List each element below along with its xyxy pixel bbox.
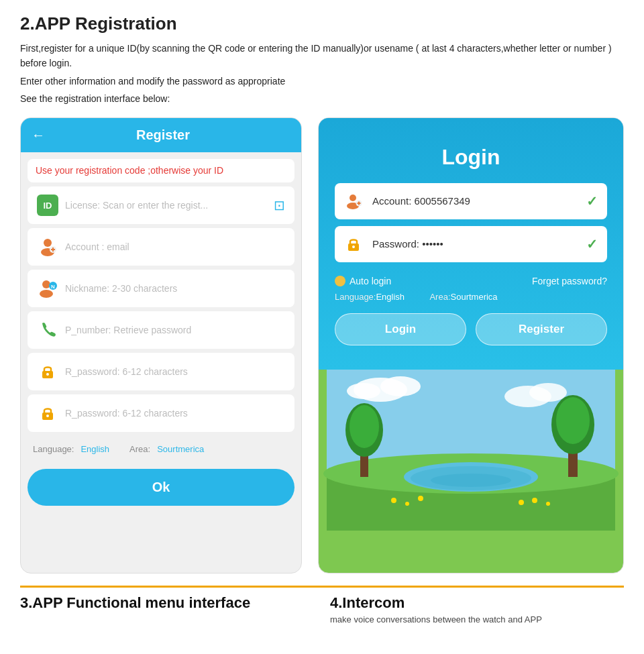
rpassword1-field[interactable]: R_password: 6-12 characters [28,353,294,390]
section4-desc: make voice conversations between the wat… [330,614,624,624]
register-phone: ← Register Use your registration code ;o… [20,117,302,574]
section4: 4.Intercom make voice conversations betw… [330,588,624,624]
login-register-button[interactable]: Register [476,313,607,345]
auto-login-label: Auto login [350,276,391,286]
section2-desc3: See the registration interface below: [20,91,624,106]
section2-desc2: Enter other information and modify the p… [20,74,624,89]
svg-point-38 [418,496,423,501]
login-lang-value[interactable]: English [376,292,405,304]
svg-point-13 [350,195,356,201]
nickname-text: Nickname: 2-30 characters [65,283,285,294]
ok-button[interactable]: Ok [28,469,294,506]
lang-value[interactable]: English [80,444,109,454]
login-options: Auto login Forget password? [335,269,607,289]
svg-point-22 [380,376,421,396]
rpassword2-field[interactable]: R_password: 6-12 characters [28,394,294,432]
section2-desc1: First,register for a unique ID(by scanni… [20,41,624,71]
login-lock-icon [344,234,364,254]
svg-point-25 [529,383,567,402]
login-phone: Login Account: 6005567349 ✓ [318,117,624,574]
section4-title: 4.Intercom [330,594,624,612]
phone-icon [37,319,58,341]
nickname-field[interactable]: N Nickname: 2-30 characters [28,270,294,307]
license-field[interactable]: ID License: Scan or enter the regist... … [28,186,294,224]
svg-point-0 [44,239,52,247]
svg-point-36 [391,498,396,503]
login-password-field[interactable]: Password: •••••• ✓ [335,226,607,262]
login-account-value: Account: 6005567349 [372,195,578,207]
login-account-field[interactable]: Account: 6005567349 ✓ [335,183,607,219]
pnumber-text: P_number: Retrieve password [65,325,285,335]
screenshots-row: ← Register Use your registration code ;o… [20,117,624,574]
svg-point-40 [546,502,550,506]
license-text: License: Scan or enter the regist... [65,200,267,211]
login-lang-label: Language: [335,292,376,304]
register-header: ← Register [21,118,301,152]
nature-background [319,370,623,531]
scan-icon[interactable]: ⊡ [274,197,285,213]
login-buttons: Login Register [335,313,607,356]
svg-point-42 [431,474,511,487]
svg-point-37 [405,502,409,506]
account-icon [37,236,58,258]
rpassword2-text: R_password: 6-12 characters [65,408,285,419]
area-value[interactable]: Sourtmerica [157,444,204,454]
register-warning: Use your registration code ;otherwise yo… [28,159,294,183]
svg-point-5 [42,280,50,288]
password-checkmark: ✓ [586,236,598,252]
login-title: Login [335,145,607,170]
svg-point-32 [350,405,379,448]
section2-title: 2.APP Registration [20,13,624,34]
login-password-value: Password: •••••• [372,238,578,250]
login-area-value[interactable]: Sourtmerica [451,292,498,304]
register-bottom-row: Language: English Area: Sourtmerica [21,436,301,462]
account-checkmark: ✓ [586,193,598,209]
nickname-icon: N [37,278,58,299]
section3: 3.APP Functional menu interface [20,588,314,624]
svg-point-12 [46,415,49,417]
register-title: Register [56,127,270,143]
auto-login-dot [335,276,345,286]
svg-point-39 [532,498,537,503]
svg-point-10 [46,373,49,376]
svg-point-41 [519,500,524,505]
forget-password-link[interactable]: Forget password? [532,276,607,286]
svg-text:N: N [51,284,55,290]
svg-point-6 [40,290,53,298]
login-lang-row: Language: English Area: Sourtmerica [335,289,607,313]
area-label: Area: [129,444,150,454]
bottom-section: 3.APP Functional menu interface 4.Interc… [20,586,624,624]
id-icon: ID [37,195,58,216]
login-area-label: Area: [429,292,450,304]
phone-field[interactable]: P_number: Retrieve password [28,311,294,349]
svg-point-19 [352,246,355,248]
rpassword1-text: R_password: 6-12 characters [65,366,285,377]
back-arrow-icon[interactable]: ← [32,127,45,143]
auto-login[interactable]: Auto login [335,276,391,286]
lang-label: Language: [33,444,74,454]
login-button[interactable]: Login [335,313,466,345]
svg-point-35 [556,397,590,444]
lock1-icon [37,361,58,382]
account-field[interactable]: Account : email [28,228,294,266]
account-text: Account : email [65,241,285,252]
login-top-area: Login Account: 6005567349 ✓ [319,118,623,370]
svg-point-23 [347,383,380,399]
login-account-icon [344,191,364,211]
section3-title: 3.APP Functional menu interface [20,594,314,612]
lock2-icon [37,402,58,424]
